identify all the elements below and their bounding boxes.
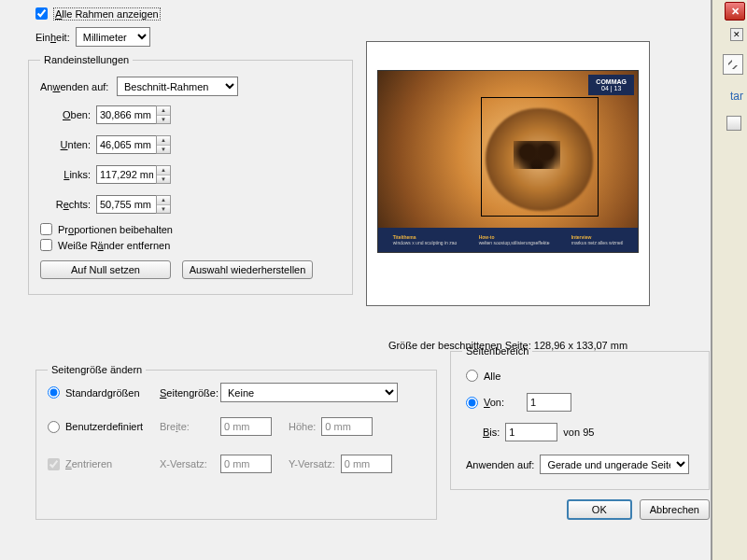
crop-rectangle — [481, 97, 599, 217]
margin-bottom-label: Unten: — [40, 139, 96, 150]
margin-right-label: Rechts: — [40, 199, 96, 210]
margin-left-input[interactable] — [96, 165, 157, 184]
magazine-footer: Titelthemawindows x und sculpting in zao… — [378, 228, 638, 252]
apply-to-label: Anwenden auf: — [40, 81, 111, 92]
height-input — [321, 417, 373, 436]
remove-white-checkbox[interactable] — [40, 239, 52, 251]
range-of-label: von 95 — [563, 427, 594, 438]
document-icon[interactable] — [726, 116, 741, 131]
range-from-radio[interactable] — [466, 397, 478, 409]
show-all-frames-label: Alle Rahmen anzeigen — [53, 8, 161, 20]
preview-frame: COMMAG 04 | 13 Titelthemawindows x und s… — [366, 41, 650, 306]
range-to-input[interactable] — [505, 423, 557, 441]
reset-to-zero-button[interactable]: Auf Null setzen — [40, 260, 171, 279]
margin-left-label: Links: — [40, 169, 96, 180]
truncated-text: tar — [730, 90, 743, 103]
constrain-proportions-checkbox[interactable] — [40, 223, 52, 235]
preview-image: COMMAG 04 | 13 Titelthemawindows x und s… — [377, 70, 639, 253]
pagerange-legend: Seitenbereich — [462, 345, 532, 357]
margin-bottom-spinner[interactable]: ▲▼ — [156, 135, 171, 154]
magazine-badge: COMMAG 04 | 13 — [588, 75, 634, 95]
custom-size-label: Benutzerdefiniert — [65, 421, 143, 432]
margin-bottom-input[interactable] — [96, 135, 157, 154]
show-all-frames-checkbox[interactable] — [35, 7, 48, 20]
margin-top-input[interactable] — [96, 105, 157, 124]
range-apply-select[interactable]: Gerade und ungerade Seiten — [540, 455, 689, 474]
unit-label: Einheit: — [35, 32, 70, 43]
unit-select[interactable]: Millimeter — [76, 27, 150, 47]
pagesize-legend: Seitengröße ändern — [48, 364, 146, 375]
standard-sizes-radio[interactable] — [48, 386, 60, 399]
xoffset-label: X-Versatz: — [160, 458, 220, 469]
margin-right-input[interactable] — [96, 195, 157, 214]
margin-top-spinner[interactable]: ▲▼ — [156, 105, 171, 124]
yoffset-label: Y-Versatz: — [289, 458, 335, 469]
center-label: Zentrieren — [65, 458, 112, 469]
margins-legend: Randeinstellungen — [40, 54, 133, 65]
margin-top-label: Oben: — [40, 109, 96, 120]
constrain-proportions-label: Proportionen beibehalten — [58, 224, 173, 235]
range-all-radio[interactable] — [466, 370, 478, 382]
pagesize-select[interactable]: Keine — [220, 383, 398, 402]
cancel-button[interactable]: Abbrechen — [640, 499, 710, 520]
margin-left-spinner[interactable]: ▲▼ — [156, 165, 171, 184]
center-checkbox — [48, 458, 60, 470]
restore-selection-button[interactable]: Auswahl wiederherstellen — [182, 260, 313, 279]
range-all-label: Alle — [484, 371, 500, 382]
range-from-input[interactable] — [527, 393, 571, 412]
remove-white-label: Weiße Ränder entfernen — [58, 240, 170, 251]
range-apply-label: Anwenden auf: — [466, 459, 534, 470]
pagesize-label: Seitengröße: — [160, 387, 220, 399]
range-from-label: Von: — [484, 397, 504, 408]
custom-size-radio[interactable] — [48, 421, 60, 433]
range-to-label: Bis: — [483, 427, 500, 438]
width-input — [220, 417, 272, 436]
width-label: Breite: — [160, 421, 220, 432]
yoffset-input — [341, 455, 392, 473]
panel-close-icon[interactable]: ✕ — [730, 28, 743, 41]
window-close-button[interactable]: ✕ — [725, 2, 745, 21]
expand-icon[interactable] — [723, 54, 743, 75]
margin-right-spinner[interactable]: ▲▼ — [156, 195, 171, 214]
apply-to-select[interactable]: Beschnitt-Rahmen — [117, 77, 238, 96]
right-panel-strip: ✕ ✕ tar — [712, 0, 747, 560]
xoffset-input — [220, 455, 272, 473]
height-label: Höhe: — [289, 421, 316, 432]
standard-sizes-label: Standardgrößen — [65, 387, 140, 399]
ok-button[interactable]: OK — [567, 499, 632, 520]
